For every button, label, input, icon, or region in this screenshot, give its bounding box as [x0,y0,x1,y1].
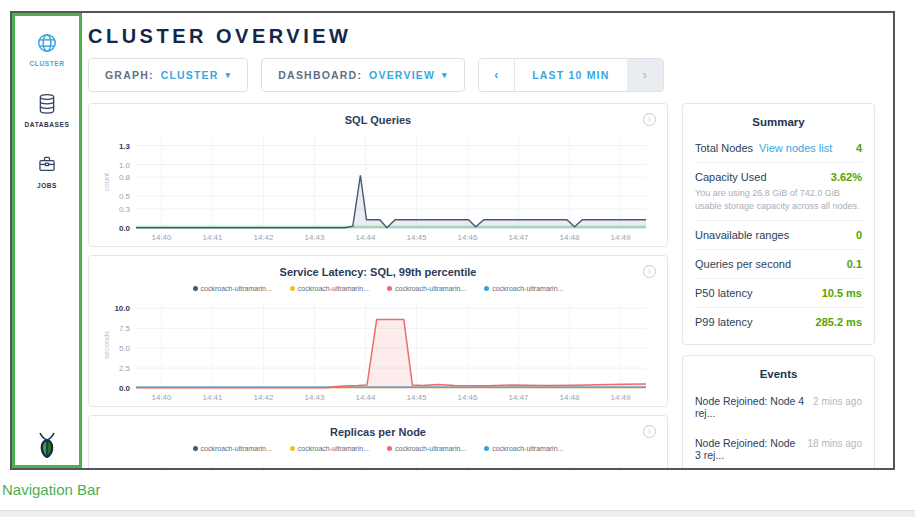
svg-text:0.0: 0.0 [119,224,131,233]
replicas-per-node-chart[interactable]: 14:4014:4114:4214:4314:4414:4514:4614:47… [100,456,656,468]
svg-text:14:46: 14:46 [457,393,478,402]
time-next-button[interactable]: › [627,59,663,91]
summary-row-p99-latency: P99 latency 285.2 ms [695,308,862,336]
legend-dot-icon [484,446,489,451]
summary-value: 3.62% [831,171,862,183]
legend-item[interactable]: cockroach-ultramarin... [290,283,369,294]
summary-row-queries-per-second: Queries per second 0.1 [695,250,862,279]
svg-text:14:48: 14:48 [559,233,580,242]
summary-row-total-nodes: Total Nodes View nodes list 4 [695,134,862,163]
legend-dot-icon [290,446,295,451]
legend-item[interactable]: cockroach-ultramarin... [484,443,563,454]
legend-item[interactable]: cockroach-ultramarin... [387,283,466,294]
graph-dropdown-label: GRAPH: [105,69,154,81]
dashboard-dropdown-value: OVERVIEW [369,69,435,81]
svg-text:14:41: 14:41 [202,393,223,402]
sql-queries-chart[interactable]: 14:4014:4114:4214:4314:4414:4514:4614:47… [100,130,656,244]
legend-dot-icon [193,446,198,451]
legend-item[interactable]: cockroach-ultramarin... [290,443,369,454]
event-text: Node Rejoined: Node 4 rej... [695,395,805,419]
graph-dropdown[interactable]: GRAPH: CLUSTER ▾ [88,58,248,92]
globe-icon [36,32,58,54]
chevron-down-icon: ▾ [442,71,448,80]
svg-text:0.5: 0.5 [119,192,131,201]
svg-text:14:40: 14:40 [151,233,172,242]
svg-text:14:40: 14:40 [151,393,172,402]
capacity-note: You are using 26.8 GiB of 742.0 GiB usab… [695,187,862,212]
summary-value: 285.2 ms [816,316,862,328]
chart-panel-replicas-per-node: Replicas per Node i cockroach-ultramarin… [88,415,668,468]
app-window: CLUSTER DATABASES [10,11,895,470]
dashboard-dropdown[interactable]: DASHBOARD: OVERVIEW ▾ [261,58,464,92]
summary-label: P99 latency [695,316,752,328]
sidebar-item-cluster[interactable]: CLUSTER [30,32,65,67]
sidebar-item-label: CLUSTER [30,60,65,67]
svg-text:14:43: 14:43 [304,233,325,242]
legend-item[interactable]: cockroach-ultramarin... [193,283,272,294]
svg-text:14:47: 14:47 [508,393,529,402]
event-time: 18 mins ago [808,438,862,449]
sidebar-item-databases[interactable]: DATABASES [25,93,70,128]
time-range-button[interactable]: LAST 10 MIN [515,59,627,91]
summary-value: 4 [856,142,862,154]
legend-dot-icon [387,286,392,291]
svg-text:14:45: 14:45 [406,233,427,242]
time-prev-button[interactable]: ‹ [479,59,515,91]
right-column: Summary Total Nodes View nodes list 4 [682,103,875,468]
svg-text:14:42: 14:42 [253,233,274,242]
chart-legend: cockroach-ultramarin...cockroach-ultrama… [97,283,659,294]
controls-bar: GRAPH: CLUSTER ▾ DASHBOARD: OVERVIEW ▾ ‹… [88,58,875,92]
page-bottom-strip [0,510,915,517]
events-title: Events [695,368,862,380]
briefcase-icon [37,154,57,176]
svg-text:0.0: 0.0 [119,384,131,393]
summary-label: Capacity Used [695,171,767,183]
info-icon[interactable]: i [643,425,656,438]
svg-text:1.0: 1.0 [119,161,131,170]
time-window-selector: ‹ LAST 10 MIN › [478,58,664,92]
info-icon[interactable]: i [643,113,656,126]
sidebar-item-label: JOBS [37,182,57,189]
graph-dropdown-value: CLUSTER [161,69,219,81]
svg-text:count: count [102,172,111,191]
svg-text:2.5: 2.5 [119,364,131,373]
summary-value: 0 [856,229,862,241]
legend-item[interactable]: cockroach-ultramarin... [387,443,466,454]
summary-label: P50 latency [695,287,752,299]
legend-item[interactable]: cockroach-ultramarin... [193,443,272,454]
chart-panel-service-latency: Service Latency: SQL, 99th percentile i … [88,255,668,407]
summary-row-capacity-used: Capacity Used 3.62% You are using 26.8 G… [695,163,862,221]
svg-text:14:45: 14:45 [406,393,427,402]
event-time: 2 mins ago [813,396,862,407]
event-row[interactable]: Node Rejoined: Node 4 rej... 2 mins ago [695,386,862,428]
page-title: CLUSTER OVERVIEW [88,25,875,48]
svg-text:0.8: 0.8 [119,173,131,182]
chart-title: Service Latency: SQL, 99th percentile [280,266,477,278]
svg-text:14:47: 14:47 [508,233,529,242]
legend-dot-icon [387,446,392,451]
svg-text:14:41: 14:41 [202,233,223,242]
event-text: Node Rejoined: Node 3 rej... [695,437,800,461]
sidebar-item-label: DATABASES [25,121,70,128]
view-nodes-link[interactable]: View nodes list [759,142,832,154]
chart-legend: cockroach-ultramarin...cockroach-ultrama… [97,443,659,454]
cockroachdb-logo[interactable] [15,432,79,459]
charts-column: SQL Queries i 14:4014:4114:4214:4314:441… [88,103,668,468]
dashboard-content: SQL Queries i 14:4014:4114:4214:4314:441… [88,103,875,468]
sidebar-item-jobs[interactable]: JOBS [37,154,57,189]
svg-text:0.3: 0.3 [119,205,131,214]
svg-text:14:44: 14:44 [355,393,376,402]
summary-label: Queries per second [695,258,791,270]
svg-text:14:44: 14:44 [355,233,376,242]
svg-text:14:46: 14:46 [457,233,478,242]
summary-value: 10.5 ms [822,287,862,299]
legend-dot-icon [290,286,295,291]
service-latency-chart[interactable]: 14:4014:4114:4214:4314:4414:4514:4614:47… [100,296,656,404]
events-panel: Events Node Rejoined: Node 4 rej... 2 mi… [682,355,875,468]
summary-label: Total Nodes [695,142,753,154]
info-icon[interactable]: i [643,265,656,278]
legend-item[interactable]: cockroach-ultramarin... [484,283,563,294]
chart-panel-sql-queries: SQL Queries i 14:4014:4114:4214:4314:441… [88,103,668,247]
navigation-bar: CLUSTER DATABASES [12,13,82,468]
event-row[interactable]: Node Rejoined: Node 3 rej... 18 mins ago [695,428,862,468]
